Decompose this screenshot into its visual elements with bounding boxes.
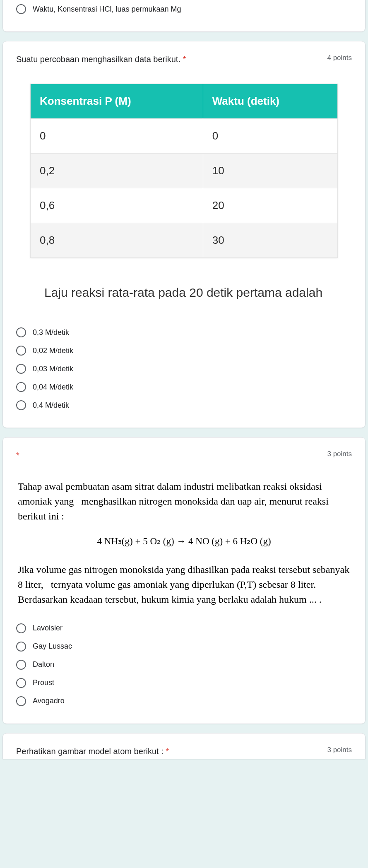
cell: 0,2 (31, 154, 203, 188)
question-header: Perhatikan gambar model atom berikut : *… (16, 745, 352, 757)
cell: 0,6 (31, 188, 203, 223)
passage-paragraph: Jika volume gas nitrogen monoksida yang … (18, 562, 350, 607)
cell: 0 (203, 119, 337, 154)
radio-option[interactable]: Lavoisier (16, 619, 352, 637)
radio-icon (16, 327, 26, 337)
table-row: 0,210 (31, 154, 338, 188)
option-label: Proust (33, 678, 54, 687)
cell: 20 (203, 188, 337, 223)
radio-icon (16, 346, 26, 356)
radio-option[interactable]: 0,03 M/detik (16, 360, 352, 378)
question-passage: Tahap awal pembuatan asam sitrat dalam i… (16, 471, 352, 619)
title-text: Perhatikan gambar model atom berikut : (16, 747, 164, 756)
table-row: 0,830 (31, 223, 338, 258)
option-label: Avogadro (33, 697, 65, 705)
option-label: 0,02 M/detik (33, 346, 73, 355)
option-label: Waktu, Konsentrasi HCl, luas permukaan M… (33, 5, 181, 14)
radio-icon (16, 382, 26, 392)
question-card-3: * 3 points Tahap awal pembuatan asam sit… (2, 437, 366, 724)
radio-icon (16, 660, 26, 670)
table-row: 0,620 (31, 188, 338, 223)
question-card-4: Perhatikan gambar model atom berikut : *… (2, 733, 366, 759)
radio-icon (16, 642, 26, 652)
question-card-1: Waktu, Konsentrasi HCl, luas permukaan M… (2, 0, 366, 32)
radio-icon (16, 364, 26, 374)
passage-paragraph: Tahap awal pembuatan asam sitrat dalam i… (18, 479, 350, 524)
question-title: Suatu percobaan menghasilkan data beriku… (16, 53, 327, 65)
radio-icon (16, 4, 26, 14)
radio-icon (16, 678, 26, 688)
points-label: 4 points (327, 53, 352, 62)
cell: 10 (203, 154, 337, 188)
points-label: 3 points (327, 745, 352, 754)
radio-icon (16, 400, 26, 410)
equation: 4 NH₃(g) + 5 O₂ (g) → 4 NO (g) + 6 H₂O (… (18, 524, 350, 562)
radio-option[interactable]: 0,02 M/detik (16, 341, 352, 360)
required-asterisk: * (183, 55, 186, 64)
question-title: * (16, 449, 327, 462)
option-label: Lavoisier (33, 624, 63, 632)
data-table: Konsentrasi P (M) Waktu (detik) 00 0,210… (30, 84, 338, 258)
table-header-konsentrasi: Konsentrasi P (M) (31, 84, 203, 119)
embedded-image: Konsentrasi P (M) Waktu (detik) 00 0,210… (16, 75, 352, 323)
required-asterisk: * (16, 451, 19, 460)
cell: 0,8 (31, 223, 203, 258)
radio-option[interactable]: Dalton (16, 656, 352, 674)
cell: 0 (31, 119, 203, 154)
question-title: Perhatikan gambar model atom berikut : * (16, 745, 327, 757)
radio-option[interactable]: 0,3 M/detik (16, 323, 352, 341)
option-label: Dalton (33, 660, 54, 669)
table-row: 00 (31, 119, 338, 154)
points-label: 3 points (327, 449, 352, 458)
required-asterisk: * (166, 747, 169, 756)
cell: 30 (203, 223, 337, 258)
question-caption: Laju reaksi rata-rata pada 20 detik pert… (30, 258, 338, 319)
radio-option[interactable]: 0,4 M/detik (16, 396, 352, 414)
option-label: 0,4 M/detik (33, 401, 69, 410)
radio-option[interactable]: Gay Lussac (16, 637, 352, 656)
radio-option[interactable]: 0,04 M/detik (16, 378, 352, 396)
option-label: 0,3 M/detik (33, 328, 69, 337)
radio-option[interactable]: Proust (16, 674, 352, 692)
radio-icon (16, 623, 26, 633)
question-header: * 3 points (16, 449, 352, 462)
radio-option[interactable]: Avogadro (16, 692, 352, 710)
option-label: 0,03 M/detik (33, 365, 73, 373)
question-header: Suatu percobaan menghasilkan data beriku… (16, 53, 352, 65)
option-label: Gay Lussac (33, 642, 72, 651)
question-card-2: Suatu percobaan menghasilkan data beriku… (2, 41, 366, 428)
table-header-waktu: Waktu (detik) (203, 84, 337, 119)
title-text: Suatu percobaan menghasilkan data beriku… (16, 55, 180, 64)
radio-icon (16, 696, 26, 706)
option-label: 0,04 M/detik (33, 383, 73, 392)
radio-option[interactable]: Waktu, Konsentrasi HCl, luas permukaan M… (16, 0, 352, 18)
